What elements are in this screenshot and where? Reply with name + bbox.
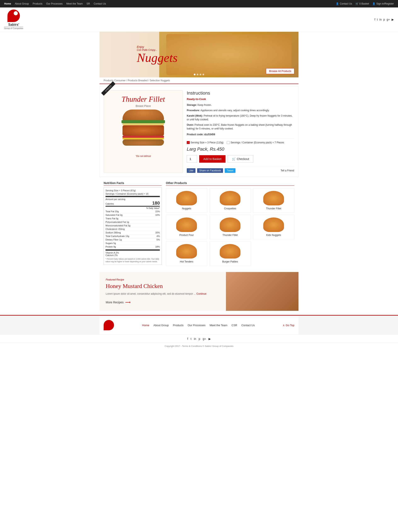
tweet-button[interactable]: Tweet (225, 168, 236, 173)
nf-amount-per: Amount per serving (106, 198, 160, 200)
footer-nav-csr[interactable]: CSR (231, 324, 237, 327)
product-detail-section: 3 PIECES Thunder Fillet Breast Piece *Do… (100, 86, 298, 177)
nf-row-fiber: Dietary Fiber 1g5% (106, 238, 160, 241)
breadcrumb-current: Selection Nuggets (150, 79, 170, 82)
nf-row-poly-fat: Polyunsaturated Fat 1g (106, 220, 160, 224)
nav-sr[interactable]: SR (87, 2, 90, 5)
product-title: Thunder Fillet (122, 95, 165, 103)
hero-title: Nuggets (137, 51, 178, 64)
googleplus-icon[interactable]: g+ (387, 18, 390, 21)
browse-all-products-button[interactable]: Browse All Products (266, 68, 294, 74)
product-img-product-four (176, 217, 197, 232)
twitter-icon[interactable]: t (377, 18, 378, 21)
facebook-icon[interactable]: f (375, 18, 375, 21)
product-img-thunder-fillet-2 (220, 217, 240, 232)
footer-pinterest-icon[interactable]: p (199, 337, 200, 341)
nav-our-processes[interactable]: Our Processes (46, 2, 62, 5)
footer-nav-about-group[interactable]: About Group (153, 324, 169, 327)
share-facebook-button[interactable]: Share on Facebook (197, 168, 223, 173)
product-card-croquettes[interactable]: Croquettes (209, 188, 251, 213)
nutrition-facts: Nutrition Facts Serving Size = 3 Pieces … (104, 181, 162, 266)
footer-links: Home About Group Products Our Processes … (142, 324, 255, 327)
linkedin-icon[interactable]: in (379, 18, 382, 21)
footer-nav-our-processes[interactable]: Our Processes (188, 324, 205, 327)
more-recipes-arrow-icon: ⟶ (125, 300, 131, 304)
logo-text: Sabirs' (8, 23, 19, 26)
nf-vitamins: Vitamin A 2% Calcium 2% (106, 249, 160, 256)
product-card-thunder-fillet[interactable]: Thunder Fillet (253, 188, 294, 213)
nav-about-group[interactable]: About Group (15, 2, 29, 5)
serving-size-checkbox[interactable] (187, 141, 190, 144)
footer-nav-products[interactable]: Products (173, 324, 183, 327)
footer-nav-meet-team[interactable]: Meet the Team (210, 324, 227, 327)
tomato-layer (123, 136, 164, 138)
nf-row-saturated-fat: Saturated Fat 2g10% (106, 213, 160, 217)
recipe-title: Honey Mustard Chicken (106, 283, 220, 289)
nf-servings-container: Servings / Container (Economy pack) = 15 (106, 193, 160, 195)
footer-youtube-icon[interactable]: ▶ (209, 337, 211, 341)
nf-calories: 180 (152, 200, 160, 206)
footer-twitter-icon[interactable]: t (191, 337, 191, 341)
product-card-burger-patties[interactable]: Burger Patties (209, 241, 251, 266)
dot-4[interactable] (203, 74, 204, 75)
nf-row-protein: Protein 9g18% (106, 245, 160, 249)
product-card-kids-nuggets[interactable]: Kids Nuggets (253, 215, 294, 239)
breadcrumb-products-breaded[interactable]: Products Breaded (128, 79, 148, 82)
like-button[interactable]: Like (187, 168, 195, 173)
hero-banner: Enjoy Con Pollo Crispy... Nuggets Browse… (100, 32, 298, 77)
product-card-product-four[interactable]: Product Four (166, 215, 207, 239)
product-code: Product code: dzz53459 (187, 133, 294, 136)
nf-serving-size: Serving Size = 3 Pieces (67g) (106, 189, 160, 192)
serving-options: Serving Size = 3 Piece (110g) Servings /… (187, 141, 294, 144)
product-name-kids-nuggets: Kids Nuggets (266, 234, 281, 236)
more-recipes-link[interactable]: More Recipes ⟶ (106, 300, 220, 304)
footer-wrapper: Home About Group Products Our Processes … (0, 315, 398, 335)
footer-nav-home[interactable]: Home (142, 324, 149, 327)
product-card-thunder-fillet-2[interactable]: Thunder Fillet (209, 215, 251, 239)
product-name-hot-tenders: Hot Tenders (180, 260, 193, 263)
product-img-nuggets (176, 191, 197, 205)
oven-label: Oven: (187, 123, 194, 126)
serving-container-option[interactable]: Servings / Container (Economy pack) = 7 … (227, 141, 284, 144)
site-header: Sabirs' Group of Companies f t in p g+ ▶ (0, 7, 398, 32)
tell-friend-link[interactable]: Tell a Friend (281, 169, 294, 172)
add-to-basket-button[interactable]: Add to Basket (199, 155, 225, 163)
breadcrumb-products-consumer[interactable]: Products Consumer (104, 79, 126, 82)
bun-bottom (123, 139, 164, 146)
dot-1[interactable] (194, 74, 195, 75)
basket-link[interactable]: 🛒 0 Basket (355, 2, 369, 5)
oven-instruction: Oven: Preheat oven to 230°C. Bake frozen… (187, 123, 294, 131)
products-grid: Nuggets Croquettes Thunder Fillet Produc… (166, 188, 294, 266)
serving-size-option[interactable]: Serving Size = 3 Piece (110g) (187, 141, 224, 144)
nav-meet-team[interactable]: Meet the Team (66, 2, 83, 5)
sign-in-link[interactable]: 👤 Sign in/Register (372, 2, 394, 5)
recipe-text: Featured Recipe Honey Mustard Chicken Lo… (100, 272, 226, 311)
product-name-thunder-fillet-2: Thunder Fillet (222, 234, 237, 236)
recipe-continue-link[interactable]: Continue (197, 292, 206, 295)
nav-products[interactable]: Products (32, 2, 42, 5)
checkout-button[interactable]: 🛒 Checkout (228, 155, 253, 163)
footer-googleplus-icon[interactable]: g+ (203, 337, 206, 341)
footer-nav-contact-us[interactable]: Contact Us (241, 324, 255, 327)
footer-linkedin-icon[interactable]: in (194, 337, 196, 341)
nav-home[interactable]: Home (4, 2, 11, 5)
product-card-hot-tenders[interactable]: Hot Tenders (166, 241, 207, 266)
top-navigation: Home About Group Products Our Processes … (0, 0, 398, 7)
product-img-kids-nuggets (263, 217, 284, 232)
footer-facebook-icon[interactable]: f (187, 337, 188, 341)
product-img-croquettes (220, 191, 240, 205)
pinterest-icon[interactable]: p (383, 18, 385, 21)
product-card-nuggets[interactable]: Nuggets (166, 188, 207, 213)
nav-contact-us[interactable]: Contact Us (94, 2, 106, 5)
youtube-icon[interactable]: ▶ (392, 18, 394, 21)
chevron-up-icon: ∧ (283, 324, 285, 327)
nf-row-carbs: Total Carbohydrate 13g4% (106, 234, 160, 238)
contact-us-link[interactable]: 👤 Contact Us (336, 2, 352, 5)
dot-2[interactable] (197, 74, 198, 75)
go-top-button[interactable]: ∧ Go Top (283, 324, 294, 327)
footer-bottom: f t in p g+ ▶ Copyright 2017 - Terms & C… (0, 335, 398, 349)
cheese-layer (123, 138, 164, 139)
quantity-input[interactable]: 1 (187, 155, 197, 163)
dot-3[interactable] (200, 74, 201, 75)
serving-container-checkbox[interactable] (227, 141, 230, 144)
